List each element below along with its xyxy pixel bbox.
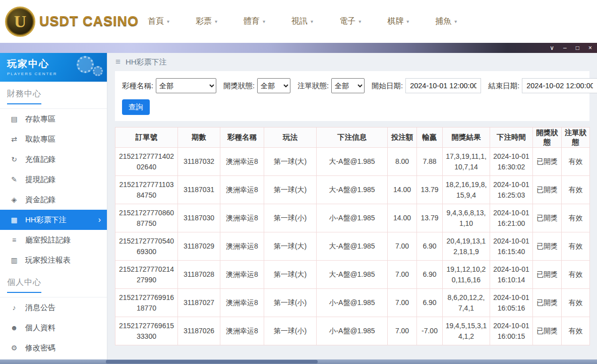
table-cell: 7.88 (417, 148, 443, 176)
nav-item-label: 彩票 (196, 16, 212, 27)
filter-order-status-label: 注單狀態: (297, 81, 329, 91)
table-cell: 2152172777086087750 (115, 204, 178, 232)
sidebar-item-label: 存款專區 (25, 114, 55, 124)
sidebar-item-個人資料[interactable]: ☻個人資料 (0, 318, 107, 338)
table-cell: 第一球(小) (264, 204, 317, 232)
sidebar-item-取款專區[interactable]: ⇄取款專區 (0, 129, 107, 149)
table-cell: 7.00 (388, 317, 417, 345)
chevron-down-icon: ▾ (406, 19, 409, 24)
nav-item-視訊[interactable]: 視訊▾ (291, 16, 313, 27)
table-cell: 澳洲幸运8 (220, 176, 264, 204)
sidebar-item-HH彩票下注[interactable]: ▦HH彩票下注› (0, 210, 107, 230)
nav-item-彩票[interactable]: 彩票▾ (196, 16, 217, 27)
sidebar-item-提現記錄[interactable]: ✎提現記錄 (0, 169, 107, 190)
nav-item-電子[interactable]: 電子▾ (339, 16, 361, 27)
table-cell: 9,4,3,6,8,13,1,10 (443, 204, 490, 232)
column-header: 彩種名稱 (220, 128, 264, 148)
start-date-input[interactable] (405, 78, 481, 93)
main-content: ≡ HH彩票下注 彩種名稱: 全部 開獎狀態: 全部 注單狀態: (107, 53, 597, 364)
main-nav: 首頁▾彩票▾體育▾視訊▾電子▾棋牌▾捕魚▾ (148, 16, 457, 27)
sidebar-item-消息公告[interactable]: ♪消息公告 (0, 297, 107, 318)
horizontal-scrollbar[interactable] (0, 359, 597, 364)
table-cell: 31187027 (178, 289, 220, 317)
table-cell: 31187028 (178, 261, 220, 289)
sidebar-item-充值記錄[interactable]: ↻充值記錄 (0, 149, 107, 169)
player-report-icon: ▥ (10, 256, 18, 264)
sidebar-item-label: 廳室投註記錄 (25, 235, 71, 245)
filter-end-date-group: 結束日期: (488, 78, 597, 93)
sidebar-item-資金記錄[interactable]: ◈資金記錄 (0, 190, 107, 210)
table-cell: 17,3,19,11,1,10,7,14 (443, 148, 490, 176)
table-cell: 2152172777110384750 (115, 176, 178, 204)
table-row: 215217277711038475031187031澳洲幸运8第一球(大)大-… (115, 176, 590, 204)
nav-item-捕魚[interactable]: 捕魚▾ (435, 16, 457, 27)
table-cell: 31187030 (178, 204, 220, 232)
logo-text: USDT CASINO (39, 14, 139, 29)
table-cell: 澳洲幸运8 (220, 204, 264, 232)
lottery-select[interactable]: 全部 (156, 78, 216, 93)
draw-status-select[interactable]: 全部 (257, 78, 290, 93)
window-maximize-icon[interactable]: □ (576, 45, 579, 51)
table-cell: 14.00 (388, 204, 417, 232)
table-row: 215217277714020264031187032澳洲幸运8第一球(大)大-… (115, 148, 590, 176)
chevron-down-icon: ▾ (311, 19, 313, 24)
table-row: 215217277708608775031187030澳洲幸运8第一球(小)小-… (115, 204, 590, 232)
sidebar-item-玩家投注報表[interactable]: ▥玩家投注報表 (0, 250, 107, 270)
breadcrumb: ≡ HH彩票下注 (107, 53, 597, 71)
sidebar-item-修改密碼[interactable]: ⚙修改密碼 (0, 338, 107, 358)
change-password-icon: ⚙ (10, 344, 18, 352)
nav-item-label: 捕魚 (435, 16, 451, 27)
chevron-down-icon: ▾ (359, 19, 361, 24)
nav-item-棋牌[interactable]: 棋牌▾ (387, 16, 409, 27)
sidebar-item-label: 提現記錄 (25, 175, 55, 185)
filter-lottery-label: 彩種名稱: (122, 81, 153, 91)
table-cell: 8,6,20,12,2,7,4,1 (443, 289, 490, 317)
table-cell: 19,4,5,15,3,14,1,2 (443, 317, 490, 345)
window-restore-icon[interactable]: ∨ (550, 45, 554, 51)
window-close-icon[interactable]: × (588, 45, 592, 51)
nav-item-label: 體育 (244, 16, 260, 27)
hamburger-icon[interactable]: ≡ (115, 57, 121, 67)
table-cell: 2152172777054069300 (115, 232, 178, 261)
table-cell: 澳洲幸运8 (220, 261, 264, 289)
column-header: 訂單號 (115, 128, 178, 148)
table-cell: 7.00 (388, 261, 417, 289)
table-cell: 第一球(大) (264, 148, 317, 176)
table-cell: 有效 (562, 204, 590, 232)
sidebar-item-label: 個人資料 (25, 323, 55, 333)
table-cell: 6.90 (417, 289, 443, 317)
table-cell: 第一球(大) (264, 176, 317, 204)
table-cell: 大-A盤@1.985 (317, 261, 388, 289)
table-cell: 澳洲幸运8 (220, 289, 264, 317)
search-button[interactable]: 查詢 (122, 99, 150, 115)
window-minimize-icon[interactable]: – (563, 45, 567, 51)
column-header: 注單狀態 (562, 128, 590, 148)
table-cell: 31187031 (178, 176, 220, 204)
table-cell: 有效 (562, 289, 590, 317)
table-cell: 已開獎 (533, 176, 562, 204)
table-cell: 已開獎 (533, 317, 562, 345)
table-cell: 2024-10-01 16:25:03 (490, 176, 533, 204)
sidebar-item-存款專區[interactable]: ▤存款專區 (0, 109, 107, 129)
sidebar-item-label: 資金記錄 (25, 195, 55, 205)
nav-item-label: 棋牌 (387, 16, 403, 27)
nav-item-首頁[interactable]: 首頁▾ (148, 16, 169, 27)
column-header: 玩法 (264, 128, 317, 148)
fund-record-icon: ◈ (10, 196, 18, 204)
table-cell: 7.00 (388, 232, 417, 261)
bets-table: 訂單號期數彩種名稱玩法下注信息投注額輸贏開獎結果下注時間開獎狀態注單狀態 215… (115, 127, 590, 345)
table-cell: 2024-10-01 16:05:16 (490, 289, 533, 317)
table-row: 215217277705406930031187029澳洲幸运8第一球(大)大-… (115, 232, 590, 261)
sidebar-item-廳室投註記錄[interactable]: ≡廳室投註記錄 (0, 230, 107, 250)
table-body: 215217277714020264031187032澳洲幸运8第一球(大)大-… (115, 148, 590, 345)
table-cell: 澳洲幸运8 (220, 232, 264, 261)
scrollbar-thumb[interactable] (106, 360, 318, 363)
chevron-down-icon: ▾ (167, 19, 169, 24)
table-cell: 18,2,16,19,8,15,9,4 (443, 176, 490, 204)
order-status-select[interactable]: 全部 (331, 78, 365, 93)
nav-item-體育[interactable]: 體育▾ (244, 16, 265, 27)
end-date-input[interactable] (522, 78, 597, 93)
table-cell: 小-A盤@1.985 (317, 317, 388, 345)
table-cell: 澳洲幸运8 (220, 317, 264, 345)
table-cell: 13.79 (417, 176, 443, 204)
